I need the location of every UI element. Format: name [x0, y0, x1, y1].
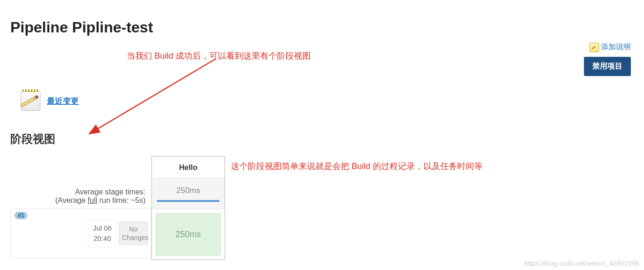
build-time: 20:40 — [93, 233, 112, 244]
avg-full-runtime-label: (Average full run time: ~5s) — [55, 196, 146, 205]
stage-avg-cell: 250ms — [152, 178, 224, 209]
build-date: Jul 06 — [93, 223, 112, 234]
build-row[interactable]: #1 Jul 06 20:40 No Changes — [10, 208, 151, 258]
recent-changes: 最近变更 — [19, 89, 79, 113]
disable-project-button[interactable]: 禁用项目 — [584, 57, 631, 76]
stage-build-duration: 250ms — [156, 213, 221, 255]
build-changes-line2: Changes — [122, 233, 145, 242]
add-description-label: 添加说明 — [601, 42, 631, 52]
build-changes-box[interactable]: No Changes — [119, 222, 148, 245]
stage-view-heading: 阶段视图 — [10, 131, 55, 147]
watermark: https://blog.csdn.net/weixin_46902396 — [524, 260, 639, 267]
stage-avg-value: 250ms — [176, 186, 200, 195]
build-changes-line1: No — [122, 225, 145, 233]
stage-name-header: Hello — [152, 157, 224, 178]
stage-avg-header: Average stage times: (Average full run t… — [10, 156, 151, 208]
note-icon — [590, 43, 599, 52]
page-title: Pipeline Pipline-test — [0, 0, 644, 36]
annotation-stageview-desc: 这个阶段视图简单来说就是会把 Build 的过程记录，以及任务时间等 — [231, 161, 483, 172]
build-date-box: Jul 06 20:40 — [88, 220, 117, 247]
notepad-icon — [19, 89, 42, 113]
build-badge[interactable]: #1 — [15, 212, 27, 219]
stage-view-table: Average stage times: (Average full run t… — [10, 156, 225, 260]
avg-stage-times-label: Average stage times: — [75, 188, 146, 196]
annotation-build-success: 当我们 Build 成功后，可以看到这里有个阶段视图 — [127, 50, 311, 62]
stage-build-cell[interactable]: 250ms — [152, 209, 224, 259]
add-description-link[interactable]: 添加说明 — [590, 42, 631, 52]
stage-avg-bar — [157, 200, 220, 202]
annotation-arrow — [84, 54, 225, 139]
recent-changes-link[interactable]: 最近变更 — [47, 96, 79, 107]
svg-line-1 — [89, 59, 216, 134]
stage-column-hello: Hello 250ms 250ms — [151, 156, 225, 260]
